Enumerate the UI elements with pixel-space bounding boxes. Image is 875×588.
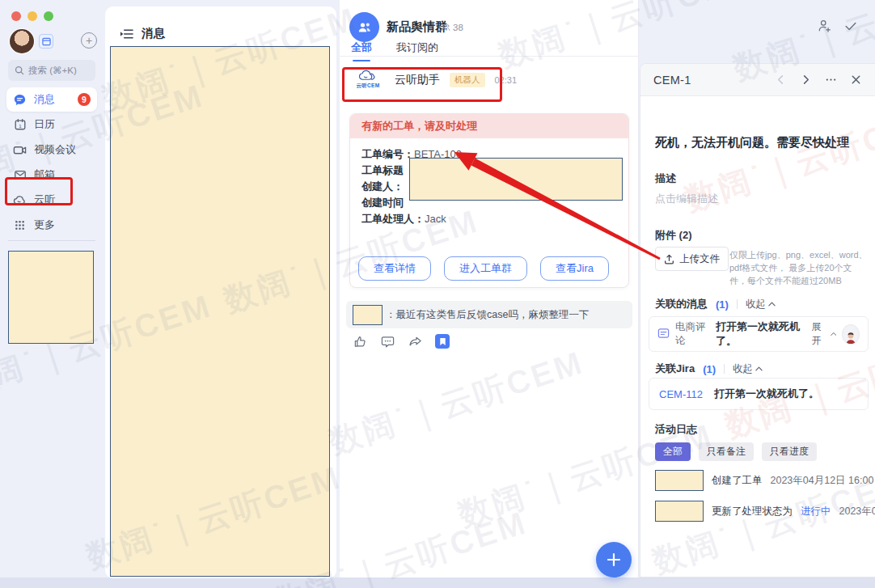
yunting-cem-logo: 云听CEM — [351, 70, 385, 90]
filter-notes-chip[interactable]: 只看备注 — [699, 442, 754, 461]
workbench-icon[interactable] — [39, 34, 53, 49]
tab-subscribed[interactable]: 我订阅的 — [396, 40, 438, 61]
check-icon[interactable] — [843, 18, 859, 34]
sidebar-item-messages[interactable]: 消息 9 — [6, 87, 97, 112]
description-label: 描述 — [655, 171, 676, 186]
unread-badge: 9 — [78, 93, 91, 106]
ticket-card: 有新的工单，请及时处理 工单编号：BETA-100 工单标题 创建人： 创建时间… — [349, 113, 629, 288]
commenter-avatar — [842, 324, 860, 345]
collapse-linked-jira[interactable]: 收起 — [733, 362, 763, 376]
sidebar-item-more[interactable]: 更多 — [6, 213, 97, 237]
chevron-left-icon[interactable] — [774, 74, 787, 87]
expand-linked-message[interactable]: 展开 — [811, 320, 836, 348]
attachments-label: 附件 (2) — [655, 228, 692, 243]
search-placeholder: 搜索 (⌘+K) — [28, 65, 77, 77]
description-placeholder[interactable]: 点击编辑描述 — [655, 192, 718, 206]
section-divider — [737, 299, 738, 309]
collapse-label: 收起 — [733, 362, 753, 376]
group-avatar[interactable] — [349, 12, 379, 42]
user-avatar[interactable] — [10, 29, 34, 53]
sidebar-item-yunting[interactable]: 云听 — [6, 188, 97, 212]
tab-all[interactable]: 全部 — [351, 40, 372, 61]
chat-panel: 新品舆情群 38 全部 我订阅的 云听CEM 云听助手 机器人 02:31 有新… — [340, 0, 639, 577]
chat-bubble-icon — [13, 93, 27, 107]
chat-header-divider — [340, 56, 639, 57]
message-list-title: 消息 — [142, 26, 165, 41]
ticket-alert: 有新的工单，请及时处理 — [350, 114, 628, 138]
log-actor-redacted — [655, 470, 704, 491]
add-button[interactable]: + — [81, 32, 97, 49]
collapse-linked-messages[interactable]: 收起 — [746, 298, 776, 311]
chevron-up-icon — [755, 366, 763, 371]
minimize-window-button[interactable] — [27, 11, 37, 21]
comment-icon[interactable] — [380, 334, 395, 349]
log-action: 更新了处理状态为 — [712, 505, 793, 518]
zoom-window-button[interactable] — [44, 11, 53, 21]
enter-ticket-group-button[interactable]: 进入工单群 — [444, 256, 527, 281]
more-options-icon[interactable] — [824, 74, 837, 87]
linked-message-item[interactable]: 电商评论 打开第一次就死机了。 展开 — [649, 316, 869, 352]
yunting-cem-logo-text: 云听CEM — [357, 82, 380, 90]
upload-button-label: 上传文件 — [679, 252, 720, 266]
detail-panel: CEM-1 死机，无法开机问题。需要尽快处理 描述 点击编辑描述 — [640, 63, 875, 577]
forward-icon[interactable] — [408, 334, 422, 349]
chevron-up-icon — [831, 332, 837, 336]
ticket-redacted-values — [409, 158, 623, 201]
activity-filters: 全部 只看备注 只看进度 — [655, 442, 817, 461]
message-time: 02:31 — [495, 75, 518, 85]
quoted-message[interactable]: ：最近有这类售后反馈case吗，麻烦整理一下 — [346, 301, 632, 328]
quoted-message-text: ：最近有这类售后反馈case吗，麻烦整理一下 — [386, 308, 589, 322]
user-row: + — [10, 29, 97, 53]
filter-progress-chip[interactable]: 只看进度 — [762, 442, 817, 461]
cloud-icon — [13, 193, 27, 207]
reaction-bar — [353, 334, 450, 349]
linked-jira-item[interactable]: CEM-112 打开第一次就死机了。 — [649, 378, 869, 410]
activity-log-entry: 更新了处理状态为 进行中 2023年04月13日 — [655, 501, 875, 522]
activity-log-entry: 创建了工单 2023年04月12日 16:00 — [655, 470, 873, 491]
search-icon — [15, 66, 24, 75]
detail-panel-title: CEM-1 — [653, 74, 691, 87]
sidebar-divider — [8, 240, 95, 241]
app-window: + 搜索 (⌘+K) 消息 9 1 日历 — [0, 0, 875, 588]
thumbs-up-icon[interactable] — [353, 334, 367, 349]
bot-name[interactable]: 云听助手 — [395, 73, 440, 87]
search-input[interactable]: 搜索 (⌘+K) — [8, 60, 95, 81]
bookmark-icon[interactable] — [435, 334, 450, 349]
grid-dots-icon — [13, 218, 27, 232]
person-add-icon[interactable] — [817, 18, 833, 34]
sidebar-item-video-meeting[interactable]: 视频会议 — [6, 137, 97, 162]
linked-jira-label: 关联Jira — [655, 362, 695, 376]
close-icon[interactable] — [849, 74, 862, 87]
view-jira-button[interactable]: 查看Jira — [540, 256, 609, 281]
log-time: 2023年04月12日 16:00 — [771, 474, 874, 488]
chevron-up-icon — [768, 302, 776, 307]
section-divider — [724, 364, 725, 374]
collapse-list-icon[interactable] — [120, 28, 133, 40]
log-time: 2023年04月13日 — [839, 505, 875, 518]
sidebar-item-calendar[interactable]: 1 日历 — [6, 112, 97, 137]
message-list-header: 消息 — [120, 26, 165, 41]
traffic-lights — [11, 11, 53, 21]
sidebar-item-label: 消息 — [34, 92, 55, 107]
log-action: 创建了工单 — [712, 474, 763, 488]
group-name: 新品舆情群 — [387, 19, 447, 35]
linked-messages-label: 关联的消息 — [655, 297, 708, 311]
window-bottom-bar — [0, 577, 875, 588]
sidebar-item-mail[interactable]: 邮箱 — [6, 163, 97, 187]
new-message-fab[interactable] — [596, 542, 632, 577]
linked-message-text: 打开第一次就死机了。 — [716, 319, 806, 349]
linked-messages-count: (1) — [716, 298, 729, 311]
close-window-button[interactable] — [11, 11, 21, 21]
sidebar-item-label: 日历 — [34, 117, 55, 132]
chevron-right-icon[interactable] — [799, 74, 812, 87]
filter-all-chip[interactable]: 全部 — [655, 442, 691, 461]
view-detail-button[interactable]: 查看详情 — [358, 256, 431, 281]
ticket-handler-label: 工单处理人： — [361, 213, 425, 225]
jira-key-link[interactable]: CEM-112 — [659, 388, 703, 400]
member-count-value: 38 — [453, 23, 463, 32]
message-list-redacted-area — [110, 46, 330, 577]
activity-log-label: 活动日志 — [655, 422, 697, 437]
right-toolbar — [817, 18, 859, 34]
member-count[interactable]: 38 — [441, 23, 463, 32]
upload-file-button[interactable]: 上传文件 — [655, 247, 729, 271]
